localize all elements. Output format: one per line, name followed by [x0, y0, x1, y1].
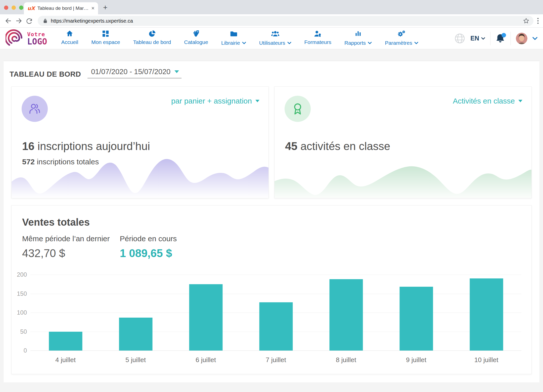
- activities-filter-dropdown[interactable]: Activités en classe: [453, 97, 522, 105]
- date-range-value: 01/07/2020 - 15/07/2020: [91, 68, 170, 76]
- logo-text-line2: LOGO: [27, 37, 47, 46]
- inscriptions-card: par panier + assignation 16 inscriptions…: [11, 86, 269, 198]
- address-bar[interactable]: https://marketingexperts.uxpertise.ca: [38, 16, 533, 26]
- activities-count: 45 activités en classe: [285, 140, 390, 153]
- tags-icon: [192, 30, 200, 37]
- home-icon: [66, 30, 73, 37]
- nav-item-formateurs[interactable]: Formateurs: [298, 30, 338, 47]
- bar-slot: [451, 275, 521, 351]
- sales-title: Ventes totales: [12, 206, 531, 228]
- nav-item-parametres[interactable]: Paramètres: [378, 30, 425, 47]
- sales-card: Ventes totales Même période l’an dernier…: [11, 205, 532, 374]
- bar[interactable]: [49, 332, 82, 351]
- y-axis-tick: 50: [15, 328, 27, 335]
- bar[interactable]: [470, 278, 503, 351]
- browser-tab[interactable]: uX Tableau de bord | Marketing E... ×: [24, 2, 98, 14]
- caret-down-icon: [174, 70, 179, 73]
- grid-icon: [102, 30, 109, 37]
- tab-favicon: uX: [27, 5, 35, 11]
- language-selector[interactable]: EN: [470, 35, 485, 42]
- folder-icon: [230, 30, 237, 37]
- chevron-down-icon: [242, 39, 246, 47]
- bar[interactable]: [329, 279, 363, 351]
- new-tab-button[interactable]: +: [103, 4, 108, 11]
- divider: [511, 32, 511, 45]
- bar-slot: [311, 275, 381, 351]
- main-menu: Accueil Mon espace Tableau de bord Catal…: [55, 30, 425, 47]
- browser-toolbar: https://marketingexperts.uxpertise.ca: [0, 14, 543, 28]
- activities-card: Activités en classe 45 activités en clas…: [274, 86, 532, 198]
- pie-chart-icon: [148, 30, 156, 37]
- dashboard-panel: TABLEAU DE BORD 01/07/2020 - 15/07/2020: [4, 61, 539, 382]
- reload-icon[interactable]: [25, 17, 34, 25]
- window-minimize-button[interactable]: [12, 6, 16, 10]
- chevron-down-icon: [414, 39, 418, 47]
- sales-current-value: 1 089,65 $: [120, 247, 177, 260]
- date-range-picker[interactable]: 01/07/2020 - 15/07/2020: [87, 68, 182, 78]
- nav-item-catalogue[interactable]: Catalogue: [177, 30, 215, 47]
- chevron-down-icon: [287, 39, 291, 47]
- brand-logo[interactable]: Votre LOGO: [6, 29, 47, 48]
- globe-icon: [454, 33, 465, 44]
- app-navbar: Votre LOGO Accueil Mon espace Tableau de…: [0, 28, 543, 49]
- chevron-down-icon: [481, 37, 485, 40]
- window-controls: [4, 6, 23, 10]
- bar-slot: [101, 275, 171, 351]
- nav-item-tableau-de-bord[interactable]: Tableau de bord: [127, 30, 178, 47]
- window-zoom-button[interactable]: [19, 6, 23, 10]
- nav-item-utilisateurs[interactable]: Utilisateurs: [253, 30, 298, 47]
- lock-icon: [43, 18, 48, 24]
- bar[interactable]: [399, 287, 433, 351]
- bar-chart-icon: [355, 30, 362, 37]
- url-text: https://marketingexperts.uxpertise.ca: [51, 18, 133, 24]
- bar-slot: [241, 275, 311, 351]
- caret-down-icon: [518, 100, 522, 102]
- nav-item-mon-espace[interactable]: Mon espace: [85, 30, 126, 47]
- people-icon: [28, 102, 41, 115]
- inscriptions-filter-dropdown[interactable]: par panier + assignation: [171, 97, 259, 105]
- award-icon: [291, 102, 304, 115]
- sales-previous-value: 432,70 $: [22, 247, 110, 260]
- divider: [490, 32, 490, 45]
- gridline: [30, 351, 521, 351]
- sales-previous-label: Même période l’an dernier: [22, 234, 110, 243]
- navbar-right: EN: [454, 32, 537, 45]
- dashboard-header: TABLEAU DE BORD 01/07/2020 - 15/07/2020: [4, 61, 539, 78]
- user-avatar[interactable]: [516, 33, 527, 44]
- y-axis-tick: 200: [15, 271, 27, 278]
- bar[interactable]: [189, 284, 222, 351]
- bar[interactable]: [119, 318, 152, 351]
- tab-close-icon[interactable]: ×: [91, 6, 95, 11]
- y-axis-tick: 0: [15, 347, 27, 354]
- tab-title: Tableau de bord | Marketing E...: [37, 6, 89, 11]
- notifications-button[interactable]: [495, 33, 506, 43]
- browser-tabstrip: uX Tableau de bord | Marketing E... × +: [0, 0, 543, 14]
- chart-plot: 050100150200: [30, 275, 521, 351]
- sales-summary: Même période l’an dernier 432,70 $ Pério…: [12, 228, 531, 260]
- x-axis-label: 10 juillet: [451, 356, 521, 364]
- notification-badge: [502, 33, 506, 37]
- window-close-button[interactable]: [4, 6, 8, 10]
- x-axis-label: 7 juillet: [241, 356, 311, 364]
- forward-icon[interactable]: [15, 17, 23, 25]
- y-axis-tick: 150: [15, 290, 27, 297]
- profile-chevron-icon[interactable]: [532, 37, 537, 40]
- inscriptions-today: 16 inscriptions aujourd’hui: [22, 140, 150, 153]
- browser-menu-icon[interactable]: [537, 17, 539, 25]
- page-background: TABLEAU DE BORD 01/07/2020 - 15/07/2020: [0, 49, 543, 391]
- x-axis-label: 4 juillet: [30, 356, 101, 364]
- back-icon[interactable]: [4, 17, 13, 25]
- activities-sparkline-area: [275, 157, 531, 198]
- page-title: TABLEAU DE BORD: [10, 70, 81, 78]
- logo-swirl-icon: [6, 29, 25, 48]
- nav-item-rapports[interactable]: Rapports: [338, 30, 378, 47]
- bookmark-star-icon[interactable]: [523, 18, 529, 24]
- x-axis-label: 9 juillet: [381, 356, 451, 364]
- bar[interactable]: [259, 302, 293, 351]
- bar-slot: [30, 275, 101, 351]
- x-axis-label: 6 juillet: [171, 356, 241, 364]
- bar-slot: [171, 275, 241, 351]
- nav-item-librairie[interactable]: Librairie: [215, 30, 253, 47]
- nav-item-accueil[interactable]: Accueil: [55, 30, 85, 47]
- activities-icon-circle: [285, 96, 311, 122]
